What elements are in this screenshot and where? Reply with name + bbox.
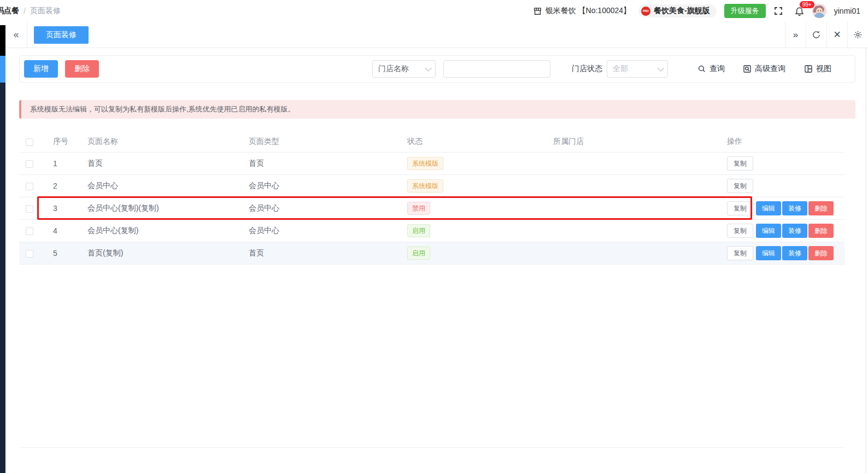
upgrade-service-button[interactable]: 升级服务 xyxy=(724,4,766,18)
row-page-type: 会员中心 xyxy=(246,226,404,236)
delete-button[interactable]: 删除 xyxy=(808,224,834,238)
decorate-button[interactable]: 装修 xyxy=(782,201,807,215)
chevron-down-icon xyxy=(657,65,664,72)
alert-message: 系统模版无法编辑，可以复制为私有新模版后操作,系统优先使用已启用的私有模版。 xyxy=(30,104,295,114)
pages-table: 序号 页面名称 页面类型 状态 所属门店 操作 1 首页 首页 系统模版 复制 … xyxy=(19,131,844,265)
row-checkbox[interactable] xyxy=(26,160,33,168)
column-header-status: 状态 xyxy=(404,137,497,147)
table-row[interactable]: 2 会员中心 会员中心 系统模版 复制 xyxy=(19,175,844,197)
header-right: 银米餐饮 【No:100024】 PRO 餐饮美食-旗舰版 升级服务 99+ xyxy=(533,4,868,18)
expand-tabs-icon[interactable]: » xyxy=(785,22,806,48)
view-layout-icon xyxy=(804,65,813,73)
row-actions: 复制 xyxy=(640,179,844,193)
advanced-query-button[interactable]: 高级查询 xyxy=(743,64,785,74)
breadcrumb-current: 页面装修 xyxy=(30,6,61,16)
row-checkbox[interactable] xyxy=(26,227,33,235)
chevron-down-icon xyxy=(425,65,432,72)
row-index: 1 xyxy=(46,159,80,168)
tab-label: 页面装修 xyxy=(46,30,77,40)
table-body: 1 首页 首页 系统模版 复制 2 会员中心 会员中心 系统模版 复制 3 会员… xyxy=(19,153,844,265)
row-page-name: 首页(复制) xyxy=(80,248,246,258)
tab-actions: » ✕ xyxy=(785,22,868,48)
tab-page-decoration[interactable]: 页面装修 xyxy=(34,26,89,44)
table-row[interactable]: 3 会员中心(复制)(复制) 会员中心 禁用 复制编辑装修删除 xyxy=(19,197,844,220)
view-button[interactable]: 视图 xyxy=(804,64,831,74)
store-status-select[interactable]: 全部 xyxy=(607,60,668,78)
advanced-query-label: 高级查询 xyxy=(755,64,785,74)
sidebar-rail-black xyxy=(0,25,5,56)
notification-bell[interactable]: 99+ xyxy=(794,6,805,16)
column-header-actions: 操作 xyxy=(640,137,844,147)
row-page-name: 会员中心 xyxy=(80,181,246,191)
breadcrumb-root[interactable]: 码点餐 xyxy=(0,6,19,16)
toolbar: 新增 删除 门店名称 门店状态 全部 查询 高级查询 xyxy=(19,55,855,83)
plan-badge[interactable]: PRO 餐饮美食-旗舰版 xyxy=(638,4,717,17)
pro-icon: PRO xyxy=(641,7,650,16)
top-header: 码点餐 / 页面装修 银米餐饮 【No:100024】 PRO 餐饮美食-旗舰版… xyxy=(0,0,868,22)
table-row[interactable]: 4 会员中心(复制) 会员中心 启用 复制编辑装修删除 xyxy=(19,220,844,242)
delete-button[interactable]: 删除 xyxy=(65,60,99,78)
delete-button[interactable]: 删除 xyxy=(808,201,834,215)
store-name-select[interactable]: 门店名称 xyxy=(372,60,436,78)
row-page-type: 首页 xyxy=(246,159,404,168)
settings-gear-icon[interactable] xyxy=(847,22,868,48)
search-icon xyxy=(697,65,706,73)
column-header-index: 序号 xyxy=(46,137,80,147)
status-badge: 系统模版 xyxy=(407,179,443,192)
store-name-select-value: 门店名称 xyxy=(378,64,409,74)
row-actions: 复制编辑装修删除 xyxy=(640,224,844,238)
status-badge: 禁用 xyxy=(407,202,430,215)
select-all-checkbox[interactable] xyxy=(26,138,33,146)
decorate-button[interactable]: 装修 xyxy=(782,246,807,260)
decorate-button[interactable]: 装修 xyxy=(782,224,807,238)
edit-button[interactable]: 编辑 xyxy=(756,201,781,215)
row-page-type: 会员中心 xyxy=(246,181,404,191)
sidebar-rail-active[interactable] xyxy=(0,56,5,83)
pagination-divider xyxy=(19,447,844,448)
copy-button[interactable]: 复制 xyxy=(727,179,753,193)
row-actions: 复制编辑装修删除 xyxy=(640,201,844,215)
row-index: 5 xyxy=(46,249,80,258)
fullscreen-icon[interactable] xyxy=(773,6,783,16)
status-badge: 系统模版 xyxy=(407,157,443,170)
copy-button[interactable]: 复制 xyxy=(727,246,753,260)
close-tab-icon[interactable]: ✕ xyxy=(826,22,847,48)
row-checkbox[interactable] xyxy=(26,250,33,258)
copy-button[interactable]: 复制 xyxy=(727,156,753,171)
status-badge: 启用 xyxy=(407,247,430,260)
store-info: 银米餐饮 【No:100024】 xyxy=(533,6,631,16)
row-index: 3 xyxy=(46,204,80,213)
store-name-search-input[interactable] xyxy=(443,60,550,78)
column-header-name: 页面名称 xyxy=(80,137,246,147)
plan-name: 餐饮美食-旗舰版 xyxy=(654,6,710,16)
edit-button[interactable]: 编辑 xyxy=(756,246,781,260)
add-button[interactable]: 新增 xyxy=(24,60,58,78)
row-checkbox[interactable] xyxy=(26,183,33,190)
row-actions: 复制 xyxy=(640,156,844,171)
status-badge: 启用 xyxy=(407,224,430,237)
store-name: 银米餐饮 【No:100024】 xyxy=(546,6,631,16)
column-header-store: 所属门店 xyxy=(497,137,640,147)
row-page-type: 首页 xyxy=(246,248,404,258)
table-row[interactable]: 5 首页(复制) 首页 启用 复制编辑装修删除 xyxy=(19,242,844,265)
copy-button[interactable]: 复制 xyxy=(727,201,753,215)
storefront-icon xyxy=(533,7,542,16)
refresh-icon[interactable] xyxy=(806,22,826,48)
page: 码点餐 / 页面装修 银米餐饮 【No:100024】 PRO 餐饮美食-旗舰版… xyxy=(0,0,868,473)
breadcrumb: 码点餐 / 页面装修 xyxy=(0,6,61,16)
advanced-search-icon xyxy=(743,65,752,73)
table-header-row: 序号 页面名称 页面类型 状态 所属门店 操作 xyxy=(19,131,844,153)
view-label: 视图 xyxy=(816,64,831,74)
row-index: 2 xyxy=(46,182,80,190)
query-label: 查询 xyxy=(709,64,725,74)
edit-button[interactable]: 编辑 xyxy=(756,224,781,238)
collapse-tabs-icon[interactable]: « xyxy=(5,22,27,48)
copy-button[interactable]: 复制 xyxy=(727,224,753,238)
table-row[interactable]: 1 首页 首页 系统模版 复制 xyxy=(19,153,844,175)
query-button[interactable]: 查询 xyxy=(697,64,725,74)
alert-stripe xyxy=(19,100,21,119)
delete-button[interactable]: 删除 xyxy=(808,246,834,260)
scrollbar-track[interactable] xyxy=(866,48,866,473)
row-checkbox[interactable] xyxy=(26,205,33,213)
row-page-name: 会员中心(复制)(复制) xyxy=(80,203,246,213)
